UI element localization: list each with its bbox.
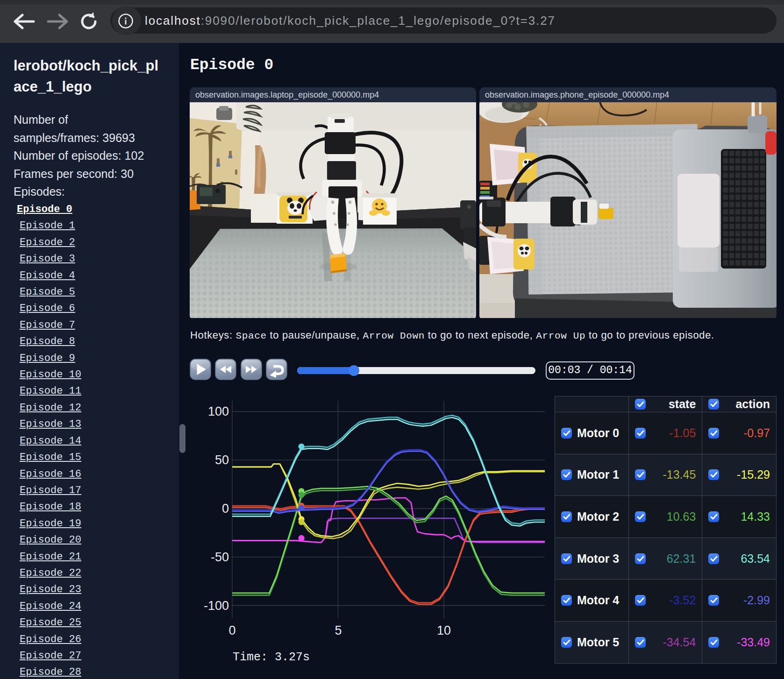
svg-text:50: 50 bbox=[215, 453, 229, 467]
svg-text:5: 5 bbox=[335, 623, 342, 637]
svg-text:100: 100 bbox=[208, 404, 229, 418]
svg-text:0: 0 bbox=[228, 623, 235, 637]
svg-text:0: 0 bbox=[222, 502, 229, 516]
svg-text:10: 10 bbox=[437, 623, 451, 637]
svg-text:-50: -50 bbox=[211, 550, 229, 564]
svg-text:-100: -100 bbox=[204, 599, 229, 613]
